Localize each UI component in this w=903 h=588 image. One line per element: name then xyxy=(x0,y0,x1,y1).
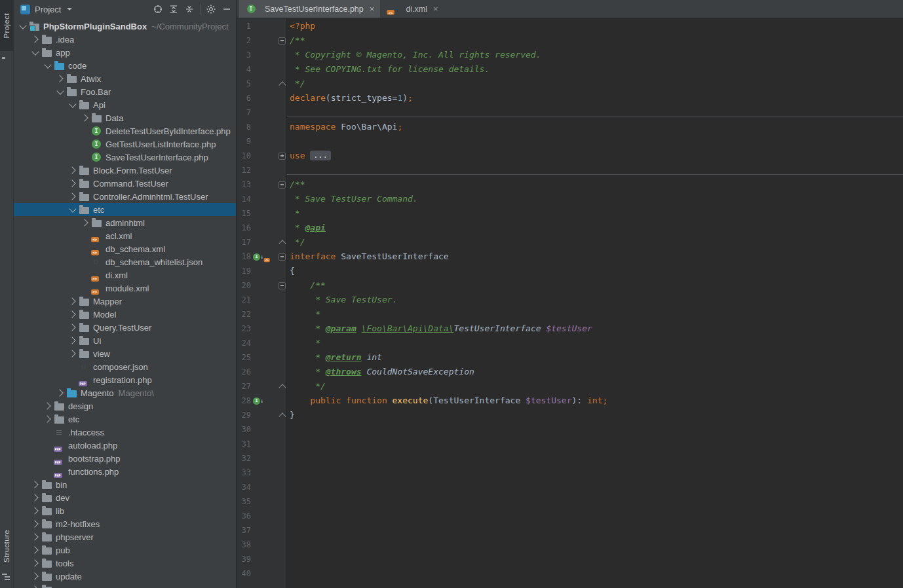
tree-chevron-closed-icon[interactable] xyxy=(29,482,41,487)
tree-item-savetestuserinterface-php[interactable]: ISaveTestUserInterface.php xyxy=(14,151,236,164)
tree-item-foo-bar[interactable]: Foo.Bar xyxy=(14,85,236,98)
tree-item-lib[interactable]: lib xyxy=(14,504,236,517)
tree-item-functions-php[interactable]: PHPfunctions.php xyxy=(14,465,236,478)
tree-item-mapper[interactable]: Mapper xyxy=(14,295,236,308)
tree-chevron-closed-icon[interactable] xyxy=(29,560,41,566)
tree-item--htaccess[interactable]: .htaccess xyxy=(14,426,236,439)
tree-chevron-closed-icon[interactable] xyxy=(54,76,66,81)
tree-item-pub[interactable]: pub xyxy=(14,543,236,557)
fold-marker-end[interactable] xyxy=(278,408,286,422)
code-line-text[interactable]: * @return int xyxy=(290,350,382,365)
tree-chevron-closed-icon[interactable] xyxy=(79,220,91,225)
tree-item-etc[interactable]: etc xyxy=(14,413,236,426)
tree-chevron-open-icon[interactable] xyxy=(54,90,66,94)
tree-item-ui[interactable]: Ui xyxy=(14,334,236,347)
code-line-text[interactable]: } xyxy=(290,408,295,422)
interface-implemented-icon[interactable]: I xyxy=(253,253,260,261)
tree-item-composer-json[interactable]: {}composer.json xyxy=(14,360,236,373)
code-line-text[interactable]: * xyxy=(290,307,320,322)
code-line-text[interactable]: namespace Foo\Bar\Api; xyxy=(290,120,402,134)
tree-item-query-testuser[interactable]: Query.TestUser xyxy=(14,321,236,334)
editor-body[interactable]: 1<?php2/**3 * Copyright © Magento, Inc. … xyxy=(237,18,903,588)
code-line-text[interactable]: * xyxy=(290,206,300,221)
tree-chevron-open-icon[interactable] xyxy=(16,25,29,28)
implementations-down-arrow-icon[interactable]: ↓ xyxy=(260,253,263,260)
folded-imports-chip[interactable]: ... xyxy=(310,151,331,160)
editor-tab-savetestuserinterface-php[interactable]: ISaveTestUserInterface.php× xyxy=(239,0,380,18)
implementations-down-arrow-icon[interactable]: ↓ xyxy=(260,397,263,404)
code-line-text[interactable]: * Save TestUser. xyxy=(290,293,397,307)
tree-item-gettestuserlistinterface-php[interactable]: IGetTestUserListInterface.php xyxy=(14,138,236,151)
tree-item-api[interactable]: Api xyxy=(14,98,236,111)
code-line-text[interactable]: use ... xyxy=(290,149,331,163)
hide-panel-icon[interactable] xyxy=(221,4,232,14)
structure-tool-window-button[interactable]: Structure xyxy=(0,523,13,570)
tree-item-phpserver[interactable]: phpserver xyxy=(14,530,236,543)
tab-close-icon[interactable]: × xyxy=(433,4,438,14)
tree-item-bootstrap-php[interactable]: PHPbootstrap.php xyxy=(14,452,236,465)
code-line-text[interactable]: /** xyxy=(290,177,305,192)
expand-all-icon[interactable] xyxy=(168,4,179,14)
tree-item-model[interactable]: Model xyxy=(14,308,236,321)
code-line-text[interactable]: public function execute(TestUserInterfac… xyxy=(290,394,607,408)
code-line-text[interactable]: * @param \Foo\Bar\Api\Data\TestUserInter… xyxy=(290,322,592,336)
tree-chevron-open-icon[interactable] xyxy=(29,51,41,54)
code-line-text[interactable]: */ xyxy=(290,379,326,394)
code-line-text[interactable]: * Save TestUser Command. xyxy=(290,192,418,206)
tree-chevron-open-icon[interactable] xyxy=(66,208,79,211)
di-xml-config-icon[interactable]: <> xyxy=(265,253,272,261)
tree-item-code[interactable]: code xyxy=(14,59,236,72)
tree-chevron-closed-icon[interactable] xyxy=(29,508,41,513)
tree-chevron-closed-icon[interactable] xyxy=(29,547,41,553)
tree-chevron-closed-icon[interactable] xyxy=(29,574,41,579)
interface-implemented-icon[interactable]: I xyxy=(253,397,260,405)
tree-item-data[interactable]: Data xyxy=(14,111,236,124)
tree-chevron-open-icon[interactable] xyxy=(66,103,79,107)
fold-marker-end[interactable] xyxy=(278,77,286,91)
tree-chevron-closed-icon[interactable] xyxy=(29,37,41,42)
tree-item-controller-adminhtml-testuser[interactable]: Controller.Adminhtml.TestUser xyxy=(14,190,236,203)
code-line-text[interactable]: * @api xyxy=(290,221,326,235)
tree-chevron-closed-icon[interactable] xyxy=(79,115,91,120)
tree-item-db-schema-whitelist-json[interactable]: {}db_schema_whitelist.json xyxy=(14,255,236,268)
code-line-text[interactable]: /** xyxy=(290,278,326,293)
code-line-text[interactable]: /** xyxy=(290,33,305,48)
tree-item-atwix[interactable]: Atwix xyxy=(14,72,236,85)
code-line-text[interactable]: */ xyxy=(290,77,305,91)
tree-item-di-xml[interactable]: <>di.xml xyxy=(14,268,236,282)
tree-item-app[interactable]: app xyxy=(14,46,236,59)
tree-item-bin[interactable]: bin xyxy=(14,478,236,491)
tree-item-var[interactable]: var xyxy=(14,583,236,588)
editor-tab-di-xml[interactable]: <>di.xml× xyxy=(380,0,444,18)
tree-item-adminhtml[interactable]: adminhtml xyxy=(14,216,236,229)
tree-chevron-closed-icon[interactable] xyxy=(54,390,66,395)
tree-item-tools[interactable]: tools xyxy=(14,557,236,570)
tree-item-design[interactable]: design xyxy=(14,399,236,413)
tab-close-icon[interactable]: × xyxy=(370,4,375,14)
tree-chevron-closed-icon[interactable] xyxy=(66,312,79,317)
tree-chevron-open-icon[interactable] xyxy=(41,64,54,67)
fold-marker-start[interactable] xyxy=(278,249,286,264)
tree-chevron-closed-icon[interactable] xyxy=(66,181,79,186)
code-line-text[interactable]: */ xyxy=(290,235,305,249)
tree-item-module-xml[interactable]: <>module.xml xyxy=(14,282,236,295)
tree-chevron-closed-icon[interactable] xyxy=(66,351,79,356)
tree-item-dev[interactable]: dev xyxy=(14,491,236,504)
tree-item-m2-hotfixes[interactable]: m2-hotfixes xyxy=(14,517,236,530)
fold-marker-end[interactable] xyxy=(278,235,286,249)
locate-file-icon[interactable] xyxy=(153,4,163,14)
tree-chevron-closed-icon[interactable] xyxy=(66,194,79,199)
fold-marker-end[interactable] xyxy=(278,379,286,394)
fold-marker-start[interactable] xyxy=(278,33,286,48)
project-tool-window-button[interactable]: Project xyxy=(0,0,13,51)
tree-item-etc[interactable]: etc xyxy=(14,203,236,216)
tree-chevron-closed-icon[interactable] xyxy=(41,416,54,422)
tree-item-acl-xml[interactable]: <>acl.xml xyxy=(14,229,236,242)
code-line-text[interactable]: * Copyright © Magento, Inc. All rights r… xyxy=(290,48,541,62)
tree-item-magento[interactable]: MagentoMagento\ xyxy=(14,386,236,399)
code-line-text[interactable]: <?php xyxy=(290,19,315,33)
tree-item-db-schema-xml[interactable]: <>db_schema.xml xyxy=(14,242,236,255)
fold-marker-folded[interactable] xyxy=(278,149,286,163)
tree-chevron-closed-icon[interactable] xyxy=(29,534,41,540)
tree-chevron-closed-icon[interactable] xyxy=(66,338,79,343)
